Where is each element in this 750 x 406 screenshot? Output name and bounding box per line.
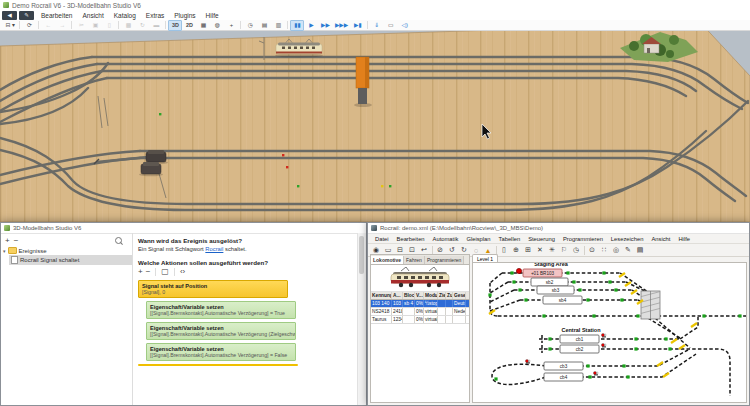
lighting-button[interactable]: ◍	[210, 20, 224, 31]
redo-button[interactable]: →	[55, 20, 69, 31]
plan-track[interactable]	[492, 364, 546, 384]
plan-track[interactable]	[544, 349, 730, 396]
roc-menu-tabellen[interactable]: Tabellen	[495, 236, 525, 242]
tab-programmieren[interactable]: Programmieren	[425, 256, 464, 264]
roc-menu-datei[interactable]: Datei	[371, 236, 393, 242]
mbs-menu-ansicht[interactable]: Ansicht	[77, 12, 108, 19]
rotate-button[interactable]: ↻	[135, 20, 149, 31]
plan-sensor[interactable]	[626, 375, 629, 378]
plan-sensor[interactable]	[488, 293, 491, 296]
action-card-2[interactable]: Eigenschaft/Variable setzen[[Signal].Bre…	[146, 322, 296, 340]
panel-left-button[interactable]: ▤	[257, 20, 271, 31]
search-icon[interactable]	[115, 237, 122, 244]
plan-sensor[interactable]	[664, 337, 667, 340]
tree-item-rocrail-signal[interactable]: Rocrail Signal schaltet	[9, 255, 132, 265]
edit-mode-button[interactable]: ✎	[19, 11, 34, 20]
plan-block-cb2[interactable]: cb2	[560, 345, 599, 353]
dark-locomotive-2[interactable]	[139, 162, 163, 176]
editor-scrollbar[interactable]	[357, 233, 366, 405]
play-button[interactable]: ▶	[304, 20, 318, 31]
plan-track[interactable]	[490, 290, 514, 302]
monitor-button[interactable]: ▭	[384, 20, 398, 31]
plan-block-sb4[interactable]: sb4	[543, 296, 582, 304]
plan-sensor[interactable]	[542, 314, 545, 317]
plan-signal[interactable]	[601, 333, 606, 337]
plan-sensor[interactable]	[586, 298, 589, 301]
plan-track[interactable]	[680, 317, 698, 339]
plan-signal[interactable]	[593, 371, 598, 375]
loco-row-NS2418[interactable]: NS241824180%+virtualNederlan	[371, 308, 469, 316]
plan-sensor[interactable]	[512, 280, 515, 283]
loco-row-103 140[interactable]: 103 140103sb 40%½stopDeutsche	[371, 300, 469, 308]
event-condition-card[interactable]: Signal steht auf Position [Signal], 0	[138, 280, 288, 298]
track-plan-canvas[interactable]: +01 BR103sb2sb3sb4cb1cb2cb3cb4Staging Ar…	[472, 262, 747, 403]
plan-block-cb4[interactable]: cb4	[544, 373, 583, 381]
reload-button[interactable]: ⟳	[22, 20, 36, 31]
plan-block-sb1[interactable]: +01 BR103	[523, 269, 562, 277]
plan-sensor[interactable]	[602, 271, 605, 274]
roc-menu-programmieren[interactable]: Programmieren	[559, 236, 607, 242]
plan-sensor[interactable]	[592, 314, 595, 317]
plan-sensor[interactable]	[588, 375, 591, 378]
add-action-button[interactable]: +	[138, 269, 143, 275]
tab-lokomotive[interactable]: Lokomotive	[371, 256, 404, 264]
plan-sensor[interactable]	[510, 271, 513, 274]
paste-button[interactable]: ▯	[102, 20, 116, 31]
back-button[interactable]: ◀	[2, 11, 17, 20]
plan-block-cb1[interactable]: cb1	[560, 335, 599, 343]
plan-crossing[interactable]	[641, 291, 660, 319]
plan-sensor[interactable]	[634, 337, 637, 340]
plan-sensor[interactable]	[620, 298, 623, 301]
plan-switch[interactable]	[691, 323, 697, 327]
to-end-button[interactable]: ▶▮	[351, 20, 365, 31]
plan-sensor[interactable]	[668, 347, 671, 350]
view-2d-button[interactable]: 2D	[182, 20, 196, 31]
roc-menu-steuerung[interactable]: Steuerung	[524, 236, 559, 242]
plan-signal[interactable]	[525, 359, 530, 363]
plan-block-sb2[interactable]: sb2	[531, 278, 568, 286]
plan-sensor[interactable]	[634, 347, 637, 350]
plan-sensor[interactable]	[572, 280, 575, 283]
duplicate-action-button[interactable]: ▢	[161, 269, 169, 275]
plan-sensor[interactable]	[548, 347, 551, 350]
action-card-3[interactable]: Eigenschaft/Variable setzen[[Signal].Bre…	[146, 343, 296, 361]
camera-person-button[interactable]: ⇓	[370, 20, 384, 31]
select-button[interactable]: ▩	[121, 20, 135, 31]
step-button[interactable]: ▶▶	[318, 20, 332, 31]
plan-track[interactable]	[490, 273, 502, 283]
code-action-button[interactable]: ‹›	[180, 269, 185, 275]
action-card-1[interactable]: Eigenschaft/Variable setzen[[Signal].Bre…	[146, 301, 296, 319]
chevron-down-icon[interactable]: ▾	[3, 248, 6, 254]
plan-block-cb3[interactable]: cb3	[544, 362, 583, 370]
mbs-menu-extras[interactable]: Extras	[141, 12, 169, 19]
save-button[interactable]: ⊟ ▾	[3, 20, 17, 31]
sound-button[interactable]: ◁)	[398, 20, 412, 31]
plan-sensor[interactable]	[622, 364, 625, 367]
plan-block-sb3[interactable]: sb3	[537, 286, 574, 294]
viewport-3d[interactable]	[0, 31, 750, 222]
plan-signal[interactable]	[601, 343, 606, 347]
plan-sensor[interactable]	[738, 314, 741, 317]
add-object-button[interactable]: +	[224, 20, 238, 31]
grid-button[interactable]: ▦	[196, 20, 210, 31]
cut-button[interactable]: ✂	[74, 20, 88, 31]
plan-sensor[interactable]	[566, 271, 569, 274]
plan-sensor[interactable]	[494, 377, 497, 380]
remove-event-button[interactable]: −	[14, 238, 19, 244]
plan-sensor[interactable]	[636, 314, 639, 317]
plan-sensor[interactable]	[702, 314, 705, 317]
plan-occupied-signal[interactable]	[516, 268, 521, 273]
roc-menu-hilfe[interactable]: Hilfe	[674, 236, 694, 242]
tab-fahren[interactable]: Fahren	[404, 256, 425, 264]
view-3d-button[interactable]: 3D	[168, 20, 182, 31]
clock-button[interactable]: ◷	[243, 20, 257, 31]
plan-track[interactable]	[490, 282, 508, 293]
roc-menu-lesezeichen[interactable]: Lesezeichen	[607, 236, 648, 242]
plan-track[interactable]	[648, 318, 680, 338]
plan-sensor[interactable]	[578, 288, 581, 291]
plan-sensor[interactable]	[524, 298, 527, 301]
mbs-menu-hilfe[interactable]: Hilfe	[201, 12, 224, 19]
plan-sensor[interactable]	[586, 364, 589, 367]
roc-menu-gleisplan[interactable]: Gleisplan	[462, 236, 494, 242]
plan-sensor[interactable]	[518, 288, 521, 291]
